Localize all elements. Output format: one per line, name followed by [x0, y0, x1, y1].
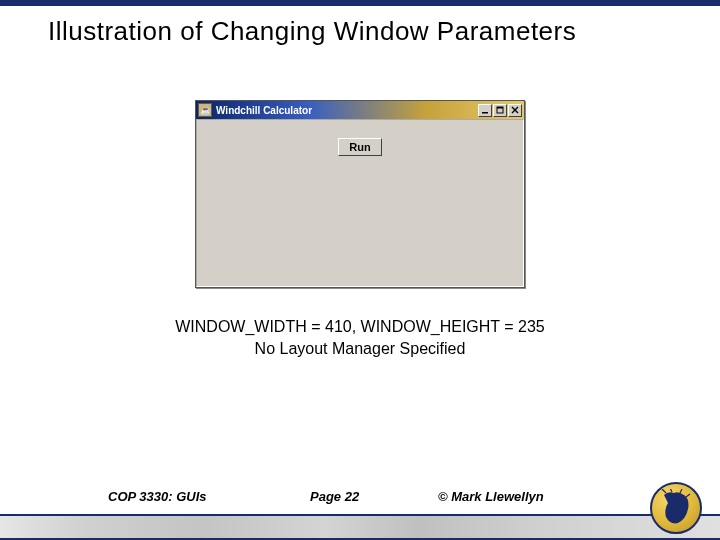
java-app-icon: ☕ [198, 103, 212, 117]
svg-rect-2 [497, 107, 503, 109]
footer-author: © Mark Llewellyn [438, 489, 544, 504]
minimize-icon [481, 106, 489, 114]
caption-line-1: WINDOW_WIDTH = 410, WINDOW_HEIGHT = 235 [175, 316, 545, 338]
client-area: Run [196, 119, 524, 287]
svg-rect-0 [482, 112, 488, 114]
caption-line-2: No Layout Manager Specified [175, 338, 545, 360]
pegasus-icon [660, 489, 692, 527]
ucf-logo [650, 482, 702, 534]
maximize-button[interactable] [493, 104, 507, 117]
app-window: ☕ Windchill Calculator Run [195, 100, 525, 288]
footer: COP 3330: GUIs Page 22 © Mark Llewellyn [0, 514, 720, 540]
logo-circle [650, 482, 702, 534]
close-button[interactable] [508, 104, 522, 117]
minimize-button[interactable] [478, 104, 492, 117]
maximize-icon [496, 106, 504, 114]
caption-block: WINDOW_WIDTH = 410, WINDOW_HEIGHT = 235 … [175, 316, 545, 359]
run-button[interactable]: Run [338, 138, 381, 156]
titlebar: ☕ Windchill Calculator [196, 101, 524, 119]
content-area: ☕ Windchill Calculator Run WINDOW_WIDTH … [0, 100, 720, 359]
slide-title: Illustration of Changing Window Paramete… [0, 6, 720, 47]
window-controls [478, 104, 522, 117]
footer-course: COP 3330: GUIs [108, 489, 207, 504]
footer-gradient-bar [0, 514, 720, 540]
close-icon [511, 106, 519, 114]
footer-page: Page 22 [310, 489, 359, 504]
app-title: Windchill Calculator [216, 105, 478, 116]
